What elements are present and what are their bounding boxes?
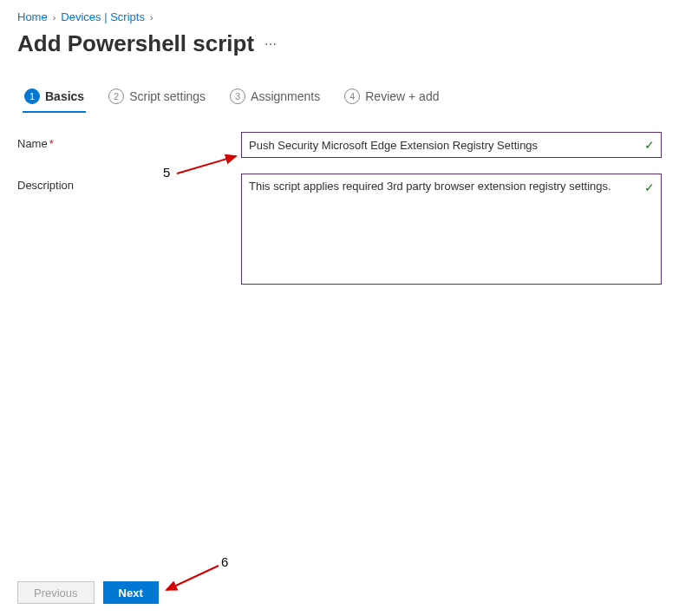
tab-review-add[interactable]: 4 Review + add — [343, 83, 441, 113]
breadcrumb-devices-scripts[interactable]: Devices | Scripts — [61, 10, 145, 23]
tab-number: 4 — [344, 88, 360, 104]
more-icon[interactable]: ⋯ — [264, 37, 277, 51]
svg-line-1 — [166, 566, 219, 590]
tab-label: Review + add — [365, 89, 439, 103]
form-row-name: Name* ✓ — [17, 132, 662, 158]
breadcrumb-home[interactable]: Home — [17, 10, 48, 23]
name-input[interactable] — [241, 132, 662, 158]
wizard-tabs: 1 Basics 2 Script settings 3 Assignments… — [17, 83, 662, 113]
chevron-right-icon: › — [150, 12, 153, 23]
wizard-footer: Previous Next — [17, 581, 159, 604]
arrow-icon — [161, 564, 222, 593]
required-asterisk: * — [49, 137, 54, 150]
tab-number: 2 — [108, 88, 124, 104]
description-label: Description — [17, 174, 241, 192]
svg-line-0 — [177, 156, 236, 174]
previous-button[interactable]: Previous — [17, 581, 95, 604]
tab-number: 1 — [24, 88, 40, 104]
tab-label: Basics — [45, 89, 84, 103]
annotation-6: 6 — [221, 554, 228, 569]
next-button[interactable]: Next — [103, 581, 159, 604]
name-label: Name* — [17, 132, 241, 150]
tab-basics[interactable]: 1 Basics — [23, 83, 86, 113]
page-header: Add Powershell script ⋯ — [17, 30, 662, 57]
description-input[interactable] — [241, 174, 662, 285]
tab-label: Script settings — [129, 89, 206, 103]
chevron-right-icon: › — [53, 12, 56, 23]
tab-label: Assignments — [251, 89, 320, 103]
form-row-description: Description ✓ — [17, 174, 662, 287]
tab-script-settings[interactable]: 2 Script settings — [107, 83, 207, 113]
page-title: Add Powershell script — [17, 30, 254, 57]
tab-number: 3 — [230, 88, 245, 104]
tab-assignments[interactable]: 3 Assignments — [228, 83, 322, 113]
breadcrumb: Home › Devices | Scripts › — [17, 10, 662, 23]
